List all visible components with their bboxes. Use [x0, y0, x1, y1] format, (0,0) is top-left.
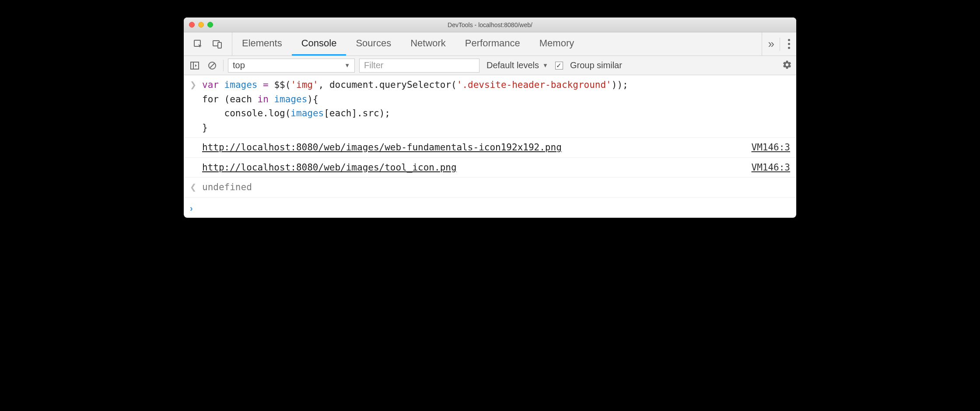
tabbar-left-tools	[184, 32, 232, 56]
console-settings-icon[interactable]	[782, 60, 792, 71]
log-row: http://localhost:8080/web/images/tool_ic…	[184, 158, 796, 178]
gutter	[190, 140, 202, 142]
tab-sources[interactable]: Sources	[346, 32, 401, 56]
group-similar-checkbox[interactable]: ✓	[555, 62, 563, 70]
prompt-row[interactable]: ›	[184, 198, 796, 218]
console-code[interactable]: var images = $$('img', document.querySel…	[202, 78, 790, 135]
log-message: http://localhost:8080/web/images/web-fun…	[202, 140, 744, 155]
more-tabs-icon[interactable]: »	[768, 37, 772, 51]
tabs: Elements Console Sources Network Perform…	[232, 32, 762, 56]
dropdown-icon: ▼	[542, 62, 548, 69]
log-row: http://localhost:8080/web/images/web-fun…	[184, 138, 796, 158]
traffic-lights	[189, 22, 213, 28]
minimize-icon[interactable]	[198, 22, 204, 28]
input-chevron-icon: ❯	[190, 78, 202, 91]
dropdown-icon: ▼	[344, 62, 350, 69]
device-toggle-icon[interactable]	[211, 38, 224, 51]
titlebar[interactable]: DevTools - localhost:8080/web/	[184, 17, 796, 32]
tab-network[interactable]: Network	[401, 32, 455, 56]
gutter	[190, 160, 202, 162]
console-toolbar: top ▼ Default levels ▼ ✓ Group similar	[184, 56, 796, 75]
log-message: http://localhost:8080/web/images/tool_ic…	[202, 160, 744, 175]
context-label: top	[233, 60, 245, 70]
kebab-menu-icon[interactable]	[788, 39, 790, 49]
result-row: ❮ undefined	[184, 178, 796, 198]
console-input-row: ❯ var images = $$('img', document.queryS…	[184, 75, 796, 138]
inspect-element-icon[interactable]	[192, 38, 205, 51]
devtools-window: DevTools - localhost:8080/web/ Elements …	[184, 17, 796, 218]
maximize-icon[interactable]	[207, 22, 213, 28]
filter-input[interactable]	[359, 59, 480, 73]
console-output[interactable]: ❯ var images = $$('img', document.queryS…	[184, 75, 796, 218]
group-similar-label[interactable]: Group similar	[570, 60, 622, 70]
prompt-chevron-icon: ›	[190, 200, 202, 215]
svg-rect-3	[191, 62, 199, 69]
divider	[223, 60, 224, 71]
tab-memory[interactable]: Memory	[530, 32, 584, 56]
main-tabbar: Elements Console Sources Network Perform…	[184, 32, 796, 56]
close-icon[interactable]	[189, 22, 195, 28]
window-title: DevTools - localhost:8080/web/	[184, 21, 796, 28]
clear-console-icon[interactable]	[206, 59, 219, 72]
toggle-console-sidebar-icon[interactable]	[188, 59, 201, 72]
tabbar-right-tools: »	[762, 32, 796, 56]
svg-rect-2	[218, 42, 221, 48]
output-chevron-icon: ❮	[190, 180, 202, 194]
levels-label: Default levels	[486, 60, 539, 70]
log-url-link[interactable]: http://localhost:8080/web/images/tool_ic…	[202, 162, 457, 173]
svg-line-6	[210, 63, 214, 68]
execution-context-select[interactable]: top ▼	[228, 59, 355, 73]
source-link[interactable]: VM146:3	[751, 160, 790, 175]
divider	[780, 38, 780, 51]
log-levels-select[interactable]: Default levels ▼	[486, 60, 548, 70]
tab-console[interactable]: Console	[292, 32, 346, 56]
tab-performance[interactable]: Performance	[455, 32, 530, 56]
log-url-link[interactable]: http://localhost:8080/web/images/web-fun…	[202, 142, 562, 153]
result-value: undefined	[202, 180, 790, 195]
tab-elements[interactable]: Elements	[232, 32, 292, 56]
source-link[interactable]: VM146:3	[751, 140, 790, 155]
